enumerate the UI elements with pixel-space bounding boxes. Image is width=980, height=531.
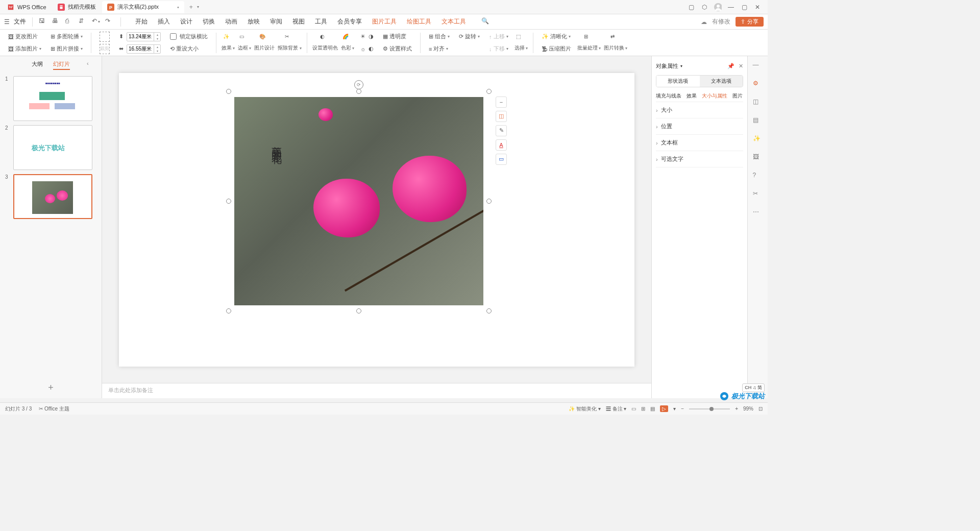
contrast2-icon[interactable]: ◐ — [369, 45, 374, 52]
theme-label[interactable]: ✂ Office 主题 — [39, 405, 69, 413]
align-button[interactable]: ≡ 对齐 — [429, 45, 448, 53]
notes-area[interactable]: 单击此处添加备注 — [102, 383, 651, 398]
lock-ratio-checkbox[interactable] — [170, 33, 177, 40]
trans-button[interactable]: ▦ 透明度 — [383, 33, 406, 40]
ft-minus[interactable]: − — [496, 96, 507, 108]
rotate-handle[interactable]: ⟳ — [354, 80, 363, 89]
minimize-button[interactable]: — — [727, 3, 735, 11]
effect-button[interactable]: ✨效果 — [222, 34, 235, 52]
sidebar-settings-icon[interactable]: ⚙ — [753, 80, 763, 90]
tab-transition[interactable]: 切换 — [203, 17, 215, 26]
section-textbox[interactable]: 文本框 — [656, 135, 743, 151]
border-button[interactable]: ▭边框 — [238, 34, 251, 52]
handle-br[interactable] — [486, 308, 492, 313]
tab-slideshow[interactable]: 放映 — [248, 17, 260, 26]
share-button[interactable]: ⇪ 分享 — [736, 17, 764, 27]
handle-bl[interactable] — [226, 308, 231, 313]
pin-icon[interactable]: 📌 — [727, 63, 734, 69]
handle-tl[interactable] — [226, 89, 231, 94]
handle-tc[interactable] — [356, 89, 361, 94]
menu-icon[interactable]: ☰ — [4, 18, 10, 26]
sub-effect[interactable]: 效果 — [687, 92, 697, 100]
handle-tr[interactable] — [486, 89, 492, 94]
slide[interactable]: ⟳ 美丽的花花！ — [119, 73, 634, 367]
zoom-in[interactable]: + — [735, 406, 738, 412]
print-icon[interactable]: 🖶 — [52, 17, 61, 27]
smart-beautify[interactable]: ✨ 智能美化 ▾ — [569, 405, 601, 413]
combine-button[interactable]: ⊞ 组合 — [429, 33, 450, 40]
notes-toggle[interactable]: ☰ 备注 ▾ — [606, 405, 627, 413]
batch-button[interactable]: ⊞批量处理 — [577, 34, 601, 52]
img-design-button[interactable]: 🎨图片设计 — [254, 34, 275, 52]
section-alt-text[interactable]: 可选文字 — [656, 151, 743, 167]
undo-button[interactable]: ↶ — [92, 17, 101, 27]
cloud-modify-icon[interactable]: ☁ — [701, 18, 707, 26]
outline-tab[interactable]: 大纲 — [32, 60, 43, 70]
tab-animation[interactable]: 动画 — [225, 17, 237, 26]
set-style-button[interactable]: ⚙ 设置样式 — [383, 45, 412, 53]
rotate-button[interactable]: ⟳ 旋转 — [459, 33, 480, 40]
ft-text[interactable]: A — [496, 139, 507, 151]
ft-screen[interactable]: ▭ — [496, 154, 507, 165]
slide-thumb-2[interactable]: 极光下载站 — [13, 125, 92, 170]
user-avatar[interactable] — [714, 3, 722, 11]
view-reading-icon[interactable]: ▤ — [650, 406, 655, 412]
tab-menu[interactable]: ▾ — [197, 5, 199, 9]
ft-overlap[interactable]: ◫ — [496, 111, 507, 122]
sub-size[interactable]: 大小与属性 — [702, 92, 727, 100]
remove-bg-button[interactable]: ✂抠除背景 — [278, 34, 301, 52]
redo-button[interactable]: ↷ — [105, 17, 114, 27]
clarity-button[interactable]: ✨ 清晰化 — [542, 33, 571, 40]
sidebar-bookmark-icon[interactable]: ✂ — [753, 190, 763, 200]
move-down-button[interactable]: ↓ 下移 — [489, 45, 508, 53]
tab-tools[interactable]: 工具 — [315, 17, 327, 26]
handle-mr[interactable] — [486, 199, 492, 204]
document-tab[interactable]: P 演示文稿(2).pptx • — [102, 1, 184, 13]
convert-button[interactable]: ⇄图片转换 — [604, 34, 627, 52]
slides-tab[interactable]: 幻灯片 — [53, 60, 70, 70]
selected-image[interactable]: ⟳ 美丽的花花！ — [229, 91, 489, 311]
handle-bc[interactable] — [356, 308, 361, 313]
multi-rotate-button[interactable]: ⊞ 多图轮播 — [51, 33, 83, 40]
view-sorter-icon[interactable]: ⊞ — [641, 406, 645, 412]
tab-draw-tools[interactable]: 绘图工具 — [407, 17, 431, 26]
sub-image[interactable]: 图片 — [732, 92, 743, 100]
export-icon[interactable]: ⇵ — [79, 17, 88, 27]
select-button[interactable]: ⬚选择 — [514, 34, 528, 52]
print-preview-icon[interactable]: ⎙ — [65, 17, 75, 27]
brightness-icon[interactable]: ☀ — [360, 33, 365, 40]
app-tab[interactable]: WPS Office — [2, 1, 52, 13]
file-menu[interactable]: 文件 — [14, 17, 26, 26]
shape-options-tab[interactable]: 形状选项 — [656, 76, 700, 87]
sidebar-more-icon[interactable]: ⋯ — [753, 208, 763, 219]
crop2-icon[interactable]: 裁剪 — [100, 44, 110, 54]
add-image-button[interactable]: 🖼 添加图片 — [8, 45, 41, 53]
set-trans-button[interactable]: ◐设置透明色 — [312, 34, 338, 52]
crop1-icon[interactable] — [100, 32, 110, 42]
sidebar-magic-icon[interactable]: ✨ — [753, 135, 763, 145]
image-join-button[interactable]: ⊞ 图片拼接 — [51, 45, 83, 53]
sidebar-slides-icon[interactable]: ▤ — [753, 116, 763, 127]
sidebar-image-icon[interactable]: 🖼 — [753, 153, 763, 163]
new-tab-button[interactable]: + — [185, 4, 197, 11]
slide-thumb-3[interactable] — [13, 174, 92, 219]
move-up-button[interactable]: ↑ 上移 — [489, 33, 508, 40]
brightness2-icon[interactable]: ☼ — [360, 46, 365, 52]
tab-review[interactable]: 审阅 — [270, 17, 282, 26]
template-tab[interactable]: 找稻壳模板 — [53, 1, 101, 13]
zoom-value[interactable]: 99% — [743, 406, 753, 412]
view-slideshow-icon[interactable]: ▷ — [660, 405, 668, 412]
zoom-slider[interactable] — [689, 408, 730, 409]
ft-pen[interactable]: ✎ — [496, 125, 507, 136]
add-slide-button[interactable]: + — [0, 377, 102, 398]
fit-icon[interactable]: ⊡ — [758, 406, 763, 412]
handle-ml[interactable] — [226, 199, 231, 204]
maximize-button[interactable]: ▢ — [740, 3, 748, 11]
window-mode-icon[interactable]: ▢ — [687, 3, 695, 11]
contrast-icon[interactable]: ◑ — [369, 33, 374, 40]
change-image-button[interactable]: 🖼 更改图片 — [8, 33, 38, 40]
tab-text-tools[interactable]: 文本工具 — [442, 17, 466, 26]
tab-vip[interactable]: 会员专享 — [337, 17, 362, 26]
section-position[interactable]: 位置 — [656, 118, 743, 135]
collapse-panel-icon[interactable]: ‹ — [87, 60, 89, 66]
